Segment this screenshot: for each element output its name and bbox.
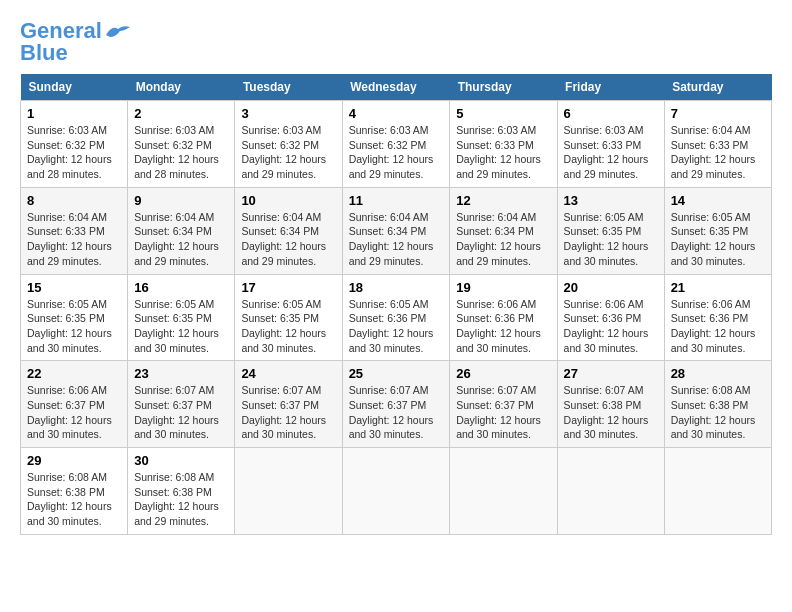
logo-text: GeneralBlue — [20, 20, 102, 64]
logo-bird-icon — [104, 23, 132, 43]
calendar-cell: 4Sunrise: 6:03 AMSunset: 6:32 PMDaylight… — [342, 101, 450, 188]
calendar-cell: 1Sunrise: 6:03 AMSunset: 6:32 PMDaylight… — [21, 101, 128, 188]
calendar-cell: 8Sunrise: 6:04 AMSunset: 6:33 PMDaylight… — [21, 187, 128, 274]
calendar-cell: 25Sunrise: 6:07 AMSunset: 6:37 PMDayligh… — [342, 361, 450, 448]
day-number: 16 — [134, 280, 228, 295]
col-header-friday: Friday — [557, 74, 664, 101]
col-header-thursday: Thursday — [450, 74, 557, 101]
day-number: 8 — [27, 193, 121, 208]
day-info: Sunrise: 6:07 AMSunset: 6:37 PMDaylight:… — [349, 383, 444, 442]
day-info: Sunrise: 6:08 AMSunset: 6:38 PMDaylight:… — [27, 470, 121, 529]
calendar-cell: 6Sunrise: 6:03 AMSunset: 6:33 PMDaylight… — [557, 101, 664, 188]
day-info: Sunrise: 6:05 AMSunset: 6:35 PMDaylight:… — [27, 297, 121, 356]
col-header-tuesday: Tuesday — [235, 74, 342, 101]
day-info: Sunrise: 6:03 AMSunset: 6:32 PMDaylight:… — [349, 123, 444, 182]
calendar-cell: 15Sunrise: 6:05 AMSunset: 6:35 PMDayligh… — [21, 274, 128, 361]
calendar-week-row: 29Sunrise: 6:08 AMSunset: 6:38 PMDayligh… — [21, 448, 772, 535]
calendar-header-row: SundayMondayTuesdayWednesdayThursdayFrid… — [21, 74, 772, 101]
day-info: Sunrise: 6:04 AMSunset: 6:33 PMDaylight:… — [671, 123, 765, 182]
day-number: 18 — [349, 280, 444, 295]
day-info: Sunrise: 6:03 AMSunset: 6:32 PMDaylight:… — [27, 123, 121, 182]
day-number: 3 — [241, 106, 335, 121]
day-info: Sunrise: 6:06 AMSunset: 6:36 PMDaylight:… — [671, 297, 765, 356]
day-number: 6 — [564, 106, 658, 121]
day-number: 21 — [671, 280, 765, 295]
day-info: Sunrise: 6:08 AMSunset: 6:38 PMDaylight:… — [134, 470, 228, 529]
calendar-cell: 2Sunrise: 6:03 AMSunset: 6:32 PMDaylight… — [128, 101, 235, 188]
calendar-week-row: 8Sunrise: 6:04 AMSunset: 6:33 PMDaylight… — [21, 187, 772, 274]
day-number: 7 — [671, 106, 765, 121]
calendar-cell: 29Sunrise: 6:08 AMSunset: 6:38 PMDayligh… — [21, 448, 128, 535]
day-number: 11 — [349, 193, 444, 208]
calendar-cell: 22Sunrise: 6:06 AMSunset: 6:37 PMDayligh… — [21, 361, 128, 448]
calendar-cell — [235, 448, 342, 535]
calendar-cell: 30Sunrise: 6:08 AMSunset: 6:38 PMDayligh… — [128, 448, 235, 535]
day-info: Sunrise: 6:04 AMSunset: 6:34 PMDaylight:… — [349, 210, 444, 269]
day-info: Sunrise: 6:07 AMSunset: 6:37 PMDaylight:… — [241, 383, 335, 442]
day-number: 2 — [134, 106, 228, 121]
calendar-cell: 21Sunrise: 6:06 AMSunset: 6:36 PMDayligh… — [664, 274, 771, 361]
day-number: 14 — [671, 193, 765, 208]
day-number: 26 — [456, 366, 550, 381]
col-header-sunday: Sunday — [21, 74, 128, 101]
calendar-cell: 13Sunrise: 6:05 AMSunset: 6:35 PMDayligh… — [557, 187, 664, 274]
day-info: Sunrise: 6:05 AMSunset: 6:35 PMDaylight:… — [671, 210, 765, 269]
day-number: 25 — [349, 366, 444, 381]
calendar-cell: 28Sunrise: 6:08 AMSunset: 6:38 PMDayligh… — [664, 361, 771, 448]
logo: GeneralBlue — [20, 20, 132, 64]
calendar-cell: 26Sunrise: 6:07 AMSunset: 6:37 PMDayligh… — [450, 361, 557, 448]
day-number: 29 — [27, 453, 121, 468]
calendar-cell: 12Sunrise: 6:04 AMSunset: 6:34 PMDayligh… — [450, 187, 557, 274]
col-header-wednesday: Wednesday — [342, 74, 450, 101]
calendar-cell: 14Sunrise: 6:05 AMSunset: 6:35 PMDayligh… — [664, 187, 771, 274]
day-number: 1 — [27, 106, 121, 121]
day-info: Sunrise: 6:04 AMSunset: 6:34 PMDaylight:… — [134, 210, 228, 269]
day-info: Sunrise: 6:05 AMSunset: 6:36 PMDaylight:… — [349, 297, 444, 356]
day-number: 19 — [456, 280, 550, 295]
day-info: Sunrise: 6:04 AMSunset: 6:33 PMDaylight:… — [27, 210, 121, 269]
day-number: 20 — [564, 280, 658, 295]
day-info: Sunrise: 6:07 AMSunset: 6:37 PMDaylight:… — [134, 383, 228, 442]
day-info: Sunrise: 6:04 AMSunset: 6:34 PMDaylight:… — [456, 210, 550, 269]
day-info: Sunrise: 6:03 AMSunset: 6:32 PMDaylight:… — [241, 123, 335, 182]
day-info: Sunrise: 6:06 AMSunset: 6:37 PMDaylight:… — [27, 383, 121, 442]
day-info: Sunrise: 6:05 AMSunset: 6:35 PMDaylight:… — [241, 297, 335, 356]
calendar-cell: 5Sunrise: 6:03 AMSunset: 6:33 PMDaylight… — [450, 101, 557, 188]
calendar-cell: 17Sunrise: 6:05 AMSunset: 6:35 PMDayligh… — [235, 274, 342, 361]
day-number: 17 — [241, 280, 335, 295]
day-info: Sunrise: 6:05 AMSunset: 6:35 PMDaylight:… — [134, 297, 228, 356]
calendar-cell — [450, 448, 557, 535]
day-info: Sunrise: 6:06 AMSunset: 6:36 PMDaylight:… — [456, 297, 550, 356]
calendar-table: SundayMondayTuesdayWednesdayThursdayFrid… — [20, 74, 772, 535]
day-info: Sunrise: 6:03 AMSunset: 6:33 PMDaylight:… — [456, 123, 550, 182]
day-number: 15 — [27, 280, 121, 295]
calendar-cell: 11Sunrise: 6:04 AMSunset: 6:34 PMDayligh… — [342, 187, 450, 274]
calendar-cell: 16Sunrise: 6:05 AMSunset: 6:35 PMDayligh… — [128, 274, 235, 361]
col-header-monday: Monday — [128, 74, 235, 101]
day-info: Sunrise: 6:03 AMSunset: 6:33 PMDaylight:… — [564, 123, 658, 182]
day-number: 13 — [564, 193, 658, 208]
calendar-cell — [342, 448, 450, 535]
calendar-week-row: 22Sunrise: 6:06 AMSunset: 6:37 PMDayligh… — [21, 361, 772, 448]
calendar-cell: 10Sunrise: 6:04 AMSunset: 6:34 PMDayligh… — [235, 187, 342, 274]
day-number: 23 — [134, 366, 228, 381]
day-number: 10 — [241, 193, 335, 208]
day-number: 27 — [564, 366, 658, 381]
calendar-week-row: 15Sunrise: 6:05 AMSunset: 6:35 PMDayligh… — [21, 274, 772, 361]
day-number: 5 — [456, 106, 550, 121]
page-header: GeneralBlue — [20, 20, 772, 64]
day-number: 24 — [241, 366, 335, 381]
col-header-saturday: Saturday — [664, 74, 771, 101]
day-info: Sunrise: 6:07 AMSunset: 6:38 PMDaylight:… — [564, 383, 658, 442]
calendar-cell: 9Sunrise: 6:04 AMSunset: 6:34 PMDaylight… — [128, 187, 235, 274]
day-info: Sunrise: 6:03 AMSunset: 6:32 PMDaylight:… — [134, 123, 228, 182]
calendar-cell: 3Sunrise: 6:03 AMSunset: 6:32 PMDaylight… — [235, 101, 342, 188]
day-number: 4 — [349, 106, 444, 121]
day-number: 22 — [27, 366, 121, 381]
day-number: 30 — [134, 453, 228, 468]
calendar-cell: 7Sunrise: 6:04 AMSunset: 6:33 PMDaylight… — [664, 101, 771, 188]
calendar-cell: 24Sunrise: 6:07 AMSunset: 6:37 PMDayligh… — [235, 361, 342, 448]
calendar-cell: 19Sunrise: 6:06 AMSunset: 6:36 PMDayligh… — [450, 274, 557, 361]
calendar-cell: 23Sunrise: 6:07 AMSunset: 6:37 PMDayligh… — [128, 361, 235, 448]
day-info: Sunrise: 6:06 AMSunset: 6:36 PMDaylight:… — [564, 297, 658, 356]
